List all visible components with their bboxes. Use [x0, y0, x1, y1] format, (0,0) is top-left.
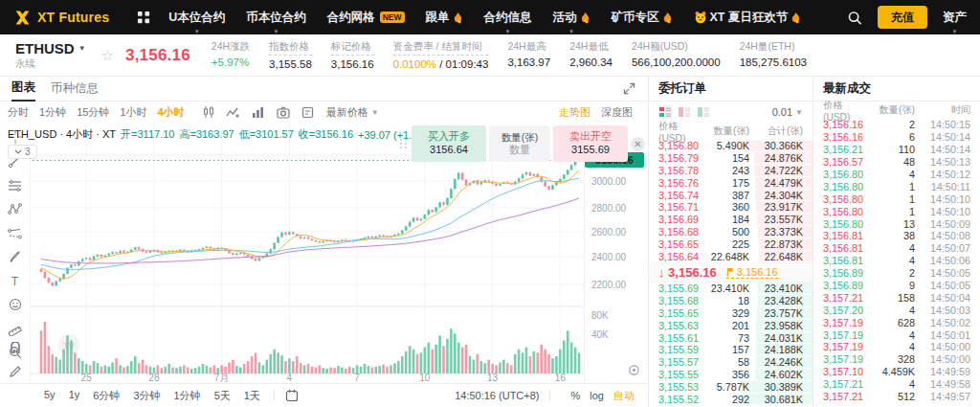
ask-row[interactable]: 3,156.6850023.373K — [649, 226, 813, 238]
bid-row[interactable]: 3,155.6532923.757K — [649, 307, 813, 320]
timeframe-button-4小时[interactable]: 4小时 — [158, 105, 185, 120]
sell-open-short-button[interactable]: 卖出开空 3155.69 — [553, 125, 628, 162]
timeframe-button-分时[interactable]: 分时 — [8, 105, 29, 120]
assets-menu[interactable]: 资产▾ — [943, 10, 967, 26]
edit-note-icon[interactable] — [301, 104, 316, 120]
ask-row[interactable]: 3,156.7915424.876K — [649, 152, 813, 165]
percent-scale-button[interactable]: % — [571, 390, 581, 401]
ask-row[interactable]: 3,156.7617524.479K — [649, 176, 813, 189]
trade-row[interactable]: 3,156.2111014:50:14 — [813, 144, 980, 156]
ask-row[interactable]: 3,156.7824324.722K — [649, 165, 813, 177]
trade-row[interactable]: 3,156.80114:50:10 — [813, 205, 980, 217]
trade-row[interactable]: 3,156.89214:50:05 — [813, 267, 980, 280]
view-both-icon[interactable] — [658, 105, 672, 119]
bid-row[interactable]: 3,155.5915724.188K — [649, 344, 813, 356]
bid-row[interactable]: 3,155.575824.246K — [649, 356, 813, 369]
tab-coin-info[interactable]: 币种信息 — [51, 77, 99, 102]
timeframe-button-1分钟[interactable]: 1分钟 — [39, 105, 66, 120]
indicators-collapse-chip[interactable]: 3 — [8, 145, 37, 159]
trade-row[interactable]: 3,156.80114:50:10 — [813, 192, 980, 205]
mark-price[interactable]: 3,156.16 — [726, 266, 778, 279]
trade-row[interactable]: 3,156.80114:50:11 — [813, 180, 980, 192]
timeframe-button-1小时[interactable]: 1小时 — [120, 105, 146, 120]
view-bids-icon[interactable] — [697, 105, 710, 119]
nav-item-3[interactable]: 合约网格NEW — [327, 10, 405, 26]
forecast-icon[interactable] — [7, 224, 24, 241]
draw-pencil-icon[interactable] — [7, 363, 24, 380]
trade-row[interactable]: 3,156.89914:50:05 — [813, 280, 980, 292]
calendar-icon[interactable] — [284, 388, 300, 403]
deposit-button[interactable]: 充值 — [878, 6, 927, 29]
precision-dropdown[interactable]: 0.01▼ — [772, 106, 803, 118]
trade-row[interactable]: 3,157.2151214:49:57 — [813, 391, 980, 403]
trade-row[interactable]: 3,157.20414:50:03 — [813, 304, 980, 316]
brand-logo[interactable]: XT Futures — [13, 9, 109, 27]
trade-row[interactable]: 3,157.2115814:50:04 — [813, 291, 980, 304]
nav-item-8[interactable]: XT 夏日狂欢节 — [694, 10, 802, 26]
trade-row[interactable]: 3,156.574814:50:13 — [813, 156, 980, 169]
text-icon[interactable]: T — [7, 272, 24, 289]
apps-grid-icon[interactable] — [136, 10, 151, 25]
trade-row[interactable]: 3,156.81414:50:06 — [813, 255, 980, 267]
ask-row[interactable]: 3,156.7438724.304K — [649, 189, 813, 201]
bid-row[interactable]: 3,155.5535624.602K — [649, 369, 813, 381]
view-asks-icon[interactable] — [678, 105, 691, 119]
trade-row[interactable]: 3,156.16214:50:15 — [813, 119, 980, 131]
auto-scale-button[interactable]: 自动 — [613, 389, 635, 403]
parallel-channel-icon[interactable] — [7, 176, 24, 193]
ask-row[interactable]: 3,156.6918423.557K — [649, 214, 813, 226]
nav-item-5[interactable]: 合约信息▾ — [484, 10, 532, 26]
pattern-icon[interactable] — [7, 200, 24, 217]
brush-icon[interactable] — [7, 248, 24, 265]
ask-row[interactable]: 3,156.805.490K30.366K — [649, 140, 813, 152]
timeframe-button-15分钟[interactable]: 15分钟 — [77, 105, 109, 120]
indicators-icon[interactable] — [226, 104, 241, 120]
buy-open-long-button[interactable]: 买入开多 3156.64 — [412, 125, 486, 162]
drag-handle[interactable] — [400, 139, 408, 148]
trade-row[interactable]: 3,156.801314:50:09 — [813, 217, 980, 230]
trade-row[interactable]: 3,157.19414:50:01 — [813, 328, 980, 341]
ruler-icon[interactable] — [7, 320, 24, 337]
range-button-1y[interactable]: 1y — [69, 389, 80, 403]
bid-row[interactable]: 3,155.617324.031K — [649, 331, 813, 344]
ask-row[interactable]: 3,156.7136023.917K — [649, 201, 813, 214]
search-icon[interactable] — [847, 10, 862, 25]
bid-row[interactable]: 3,155.535.787K30.389K — [649, 380, 813, 393]
close-icon[interactable]: ✕ — [631, 137, 645, 151]
view-depth-button[interactable]: 深度图 — [601, 105, 633, 120]
ask-row[interactable]: 3,156.6422.648K22.648K — [649, 250, 813, 262]
range-button-1分钟[interactable]: 1分钟 — [174, 389, 201, 403]
magnet-icon[interactable] — [7, 340, 24, 357]
bar-chart-icon[interactable] — [251, 104, 266, 120]
bid-row[interactable]: 3,155.5229230.681K — [649, 393, 813, 405]
trade-row[interactable]: 3,157.21414:49:58 — [813, 378, 980, 391]
camera-icon[interactable] — [276, 104, 291, 120]
nav-item-1[interactable]: U本位合约▾ — [168, 10, 225, 26]
range-button-6分钟[interactable]: 6分钟 — [93, 389, 120, 403]
trade-row[interactable]: 3,157.1932814:50:00 — [813, 353, 980, 366]
ask-row[interactable]: 3,156.6522522.873K — [649, 237, 813, 250]
bid-row[interactable]: 3,155.681823.428K — [649, 295, 813, 307]
nav-item-2[interactable]: 币本位合约▾ — [246, 10, 306, 26]
tab-chart[interactable]: 图表 — [11, 77, 35, 102]
price-mode-dropdown[interactable]: 最新价格▼ — [326, 105, 379, 120]
candle-type-icon[interactable] — [201, 104, 216, 120]
favorite-star-icon[interactable]: ☆ — [101, 47, 114, 64]
nav-item-7[interactable]: 矿币专区 — [612, 10, 673, 26]
nav-item-6[interactable]: 活动▾ — [553, 10, 590, 26]
range-button-5天[interactable]: 5天 — [214, 389, 231, 403]
trade-row[interactable]: 3,156.16614:50:14 — [813, 131, 980, 144]
log-scale-button[interactable]: log — [590, 390, 604, 401]
trade-row[interactable]: 3,156.813814:50:08 — [813, 230, 980, 242]
chart-clock[interactable]: 14:50:16 (UTC+8) — [455, 390, 539, 401]
trade-row[interactable]: 3,157.19414:50:00 — [813, 341, 980, 353]
scroll-to-realtime-icon[interactable] — [628, 364, 640, 378]
trade-row[interactable]: 3,156.80414:50:12 — [813, 169, 980, 181]
expand-icon[interactable] — [621, 81, 636, 97]
trade-row[interactable]: 3,157.104.459K14:49:59 — [813, 366, 980, 378]
emoji-icon[interactable] — [7, 296, 24, 313]
trade-row[interactable]: 3,156.81414:50:07 — [813, 242, 980, 255]
nav-item-4[interactable]: 跟单 — [426, 10, 463, 26]
bid-row[interactable]: 3,155.6923.410K23.410K — [649, 283, 813, 295]
view-trend-button[interactable]: 走势图 — [559, 105, 590, 120]
